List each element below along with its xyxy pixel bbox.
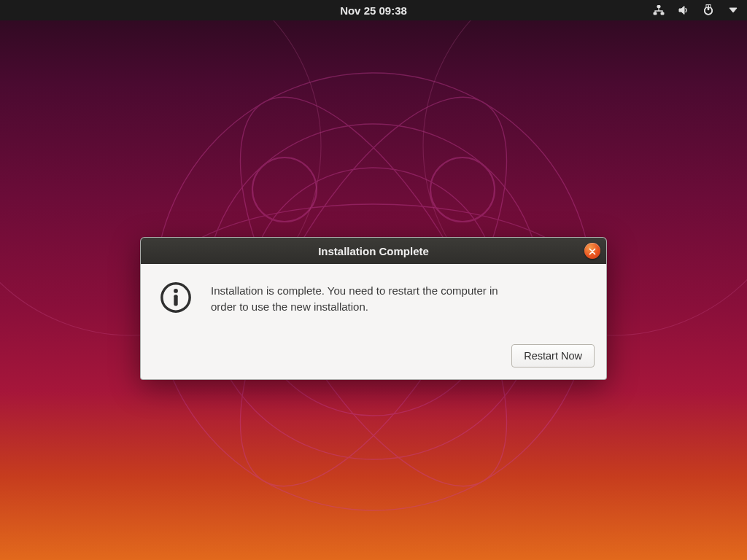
svg-rect-18 <box>174 295 177 306</box>
volume-icon[interactable] <box>677 4 690 17</box>
desktop: Nov 25 09:38 <box>0 0 747 560</box>
close-button[interactable] <box>584 243 600 259</box>
svg-rect-1 <box>654 12 657 15</box>
svg-point-13 <box>430 158 495 222</box>
power-icon[interactable] <box>702 4 715 17</box>
restart-now-button[interactable]: Restart Now <box>511 344 595 368</box>
svg-rect-0 <box>657 6 660 8</box>
svg-point-12 <box>252 158 317 222</box>
system-tray <box>652 0 740 20</box>
installation-complete-dialog: Installation Complete Installation is co… <box>140 237 607 380</box>
dialog-title: Installation Complete <box>318 245 429 257</box>
svg-rect-2 <box>661 12 664 15</box>
info-icon <box>158 280 193 315</box>
clock-label: Nov 25 09:38 <box>340 4 407 17</box>
chevron-down-icon[interactable] <box>727 4 740 17</box>
network-icon[interactable] <box>652 4 665 17</box>
dialog-message: Installation is complete. You need to re… <box>211 280 517 315</box>
close-icon <box>589 245 596 257</box>
dialog-titlebar[interactable]: Installation Complete <box>141 238 606 264</box>
svg-point-17 <box>174 289 178 293</box>
dialog-body: Installation is complete. You need to re… <box>141 264 606 344</box>
dialog-actions: Restart Now <box>141 344 606 379</box>
topbar: Nov 25 09:38 <box>0 0 747 20</box>
